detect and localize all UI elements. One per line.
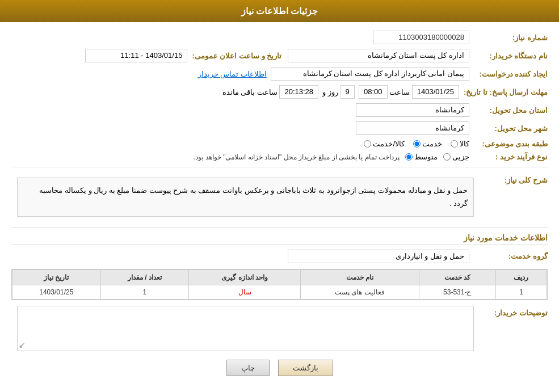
cell-code: ح-531-53: [419, 285, 495, 299]
cell-row-num: 1: [495, 285, 547, 299]
buyer-org-label: نام دستگاه خریدار:: [474, 52, 548, 60]
buyer-org-value: اداره کل پست استان کرمانشاه: [288, 49, 469, 62]
resize-icon: ↙: [19, 342, 24, 349]
cell-unit: سال: [189, 285, 301, 299]
page-header: جزئیات اطلاعات نیاز: [0, 0, 559, 22]
province-row: استان محل تحویل: کرمانشاه: [11, 103, 548, 117]
col-header-qty: تعداد / مقدار: [100, 269, 188, 285]
deadline-remaining: 20:13:28: [279, 85, 318, 99]
back-button[interactable]: بازگشت: [278, 360, 333, 376]
city-row: شهر محل تحویل: کرمانشاه: [11, 121, 548, 135]
deadline-days: 9: [341, 85, 355, 99]
date-label: تاریخ و ساعت اعلان عمومی:: [192, 52, 281, 60]
service-group-value: حمل و نقل و انبارداری: [288, 250, 469, 263]
procurement-jozii-label: جزیی: [452, 153, 469, 161]
procurement-options: جزیی متوسط پرداخت تمام یا بخشی از مبلغ خ…: [194, 153, 469, 161]
cell-date: 1403/01/25: [12, 285, 101, 299]
deadline-remaining-label: ساعت باقی مانده: [222, 88, 278, 96]
province-label: استان محل تحویل:: [474, 106, 548, 115]
procurement-note: پرداخت تمام یا بخشی از مبلغ خریداز محل "…: [194, 153, 400, 161]
deadline-row: مهلت ارسال پاسخ: تا تاریخ: 1403/01/25 سا…: [11, 85, 548, 99]
divider-1: [11, 167, 548, 167]
category-kala-khedmat-radio[interactable]: [364, 140, 371, 147]
category-label: طبقه بندی موضوعی:: [474, 140, 548, 148]
services-title: اطلاعات خدمات مورد نیاز: [11, 233, 548, 245]
category-kala-khedmat-label: کالا/خدمت: [373, 140, 405, 148]
table-row: 1 ح-531-53 فعالیت های پست سال 1 1403/01/…: [12, 285, 547, 299]
deadline-label: مهلت ارسال پاسخ: تا تاریخ:: [464, 88, 548, 96]
cell-name: فعالیت های پست: [301, 285, 419, 299]
print-button[interactable]: چاپ: [226, 360, 270, 376]
procurement-option-motavasset[interactable]: متوسط: [405, 153, 438, 161]
content-area: شماره نیاز: 1103003180000028 نام دستگاه …: [0, 22, 559, 392]
need-number-value: 1103003180000028: [373, 31, 469, 44]
need-number-row: شماره نیاز: 1103003180000028: [11, 31, 548, 44]
procurement-motavasset-label: متوسط: [414, 153, 438, 161]
city-value: کرمانشاه: [356, 121, 469, 135]
procurement-option-jozii[interactable]: جزیی: [443, 153, 469, 161]
category-option-khedmat[interactable]: خدمت: [413, 140, 442, 148]
buttons-row: بازگشت چاپ: [11, 360, 548, 387]
page-container: جزئیات اطلاعات نیاز شماره نیاز: 11030031…: [0, 0, 559, 392]
buyer-desc-box[interactable]: ↙: [17, 306, 474, 351]
procurement-label: نوع فرآیند خرید :: [474, 153, 548, 161]
table-header-row: ردیف کد خدمت نام خدمت واحد اندازه گیری ت…: [12, 269, 547, 285]
service-group-row: گروه خدمت: حمل و نقل و انبارداری: [11, 250, 548, 263]
procurement-motavasset-radio[interactable]: [405, 153, 413, 161]
creator-link[interactable]: اطلاعات تماس خریدار: [198, 70, 267, 78]
description-text: حمل و نقل و مبادله محمولات پستی ازجوانرو…: [17, 178, 474, 217]
buyer-desc-label: توضیحات خریدار:: [474, 306, 548, 317]
city-label: شهر محل تحویل:: [474, 124, 548, 133]
col-header-code: کد خدمت: [419, 269, 495, 285]
deadline-date: 1403/01/25: [412, 85, 459, 99]
category-row: طبقه بندی موضوعی: کالا خدمت کالا/خدمت: [11, 140, 548, 148]
creator-label: ایجاد کننده درخواست:: [474, 70, 548, 78]
procurement-jozii-radio[interactable]: [443, 153, 451, 161]
divider-2: [11, 227, 548, 227]
category-kala-radio[interactable]: [451, 140, 458, 147]
creator-value: پیمان امانی کاربرداز اداره کل پست استان …: [271, 67, 469, 81]
category-khedmat-radio[interactable]: [413, 140, 421, 147]
cell-qty: 1: [100, 285, 188, 299]
services-table-container: ردیف کد خدمت نام خدمت واحد اندازه گیری ت…: [11, 269, 548, 300]
description-label: شرح کلی نیاز:: [474, 173, 548, 184]
category-khedmat-label: خدمت: [422, 140, 442, 148]
deadline-time: 08:00: [359, 85, 388, 99]
deadline-days-label: روز و: [322, 88, 338, 96]
col-header-unit: واحد اندازه گیری: [189, 269, 301, 285]
col-header-name: نام خدمت: [301, 269, 419, 285]
province-value: کرمانشاه: [356, 103, 469, 117]
deadline-time-label: ساعت: [389, 88, 410, 96]
category-kala-label: کالا: [460, 140, 469, 148]
creator-row: ایجاد کننده درخواست: پیمان امانی کاربردا…: [11, 67, 548, 81]
date-value: 1403/01/15 - 11:11: [85, 49, 187, 62]
col-header-date: تاریخ نیاز: [12, 269, 101, 285]
category-radio-group: کالا خدمت کالا/خدمت: [364, 140, 469, 148]
buyer-org-date-row: نام دستگاه خریدار: اداره کل پست استان کر…: [11, 49, 548, 62]
services-table: ردیف کد خدمت نام خدمت واحد اندازه گیری ت…: [12, 269, 547, 300]
category-option-kala-khedmat[interactable]: کالا/خدمت: [364, 140, 405, 148]
procurement-row: نوع فرآیند خرید : جزیی متوسط پرداخت تمام…: [11, 153, 548, 161]
col-header-row-num: ردیف: [495, 269, 547, 285]
need-number-label: شماره نیاز:: [474, 33, 548, 42]
category-option-kala[interactable]: کالا: [451, 140, 469, 148]
page-title: جزئیات اطلاعات نیاز: [241, 6, 318, 16]
service-group-label: گروه خدمت:: [474, 252, 548, 260]
description-row: شرح کلی نیاز: حمل و نقل و مبادله محمولات…: [11, 173, 548, 221]
buyer-desc-row: توضیحات خریدار: ↙: [11, 306, 548, 351]
